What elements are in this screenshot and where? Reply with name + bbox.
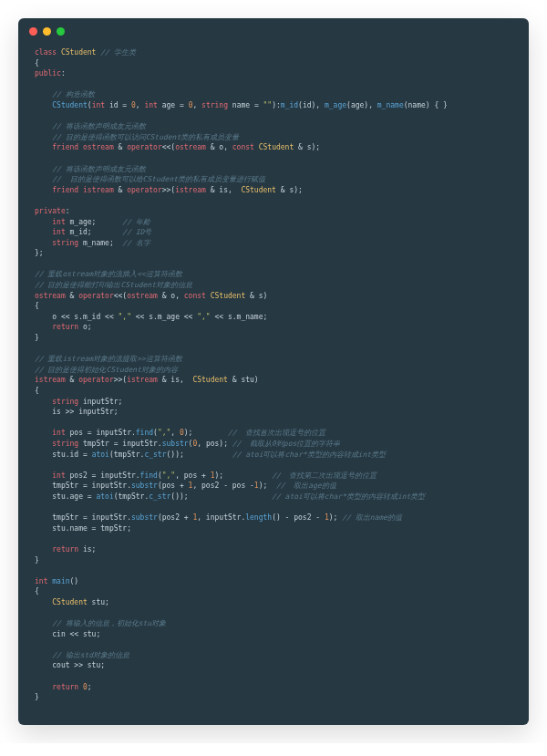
code-area[interactable]: class CStudent // 学生类 { public: // 构造函数 … bbox=[18, 44, 529, 712]
editor-window: class CStudent // 学生类 { public: // 构造函数 … bbox=[18, 18, 529, 725]
minimize-icon[interactable] bbox=[43, 27, 51, 36]
titlebar bbox=[18, 18, 529, 44]
close-icon[interactable] bbox=[29, 27, 37, 36]
maximize-icon[interactable] bbox=[57, 27, 65, 36]
